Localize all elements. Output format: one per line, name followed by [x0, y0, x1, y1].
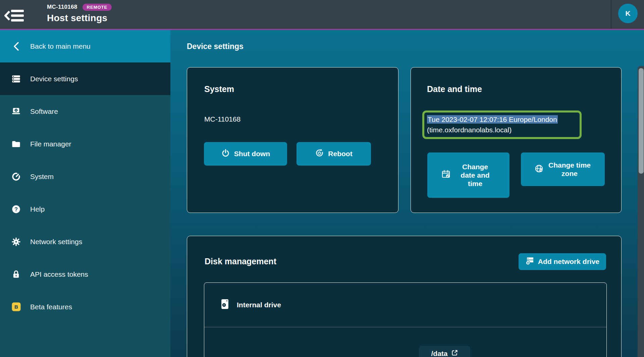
system-device-name: MC-110168 [204, 115, 240, 123]
beta-icon: B [10, 302, 22, 311]
add-network-drive-button[interactable]: Add network drive [519, 253, 606, 270]
power-icon [221, 148, 230, 159]
svg-text:?: ? [14, 206, 18, 212]
sidebar-item-network-settings[interactable]: Network settings [0, 225, 170, 258]
device-settings-icon [10, 74, 22, 84]
internal-drive-card: Internal drive /data [204, 282, 607, 357]
reboot-button[interactable]: Reboot [297, 142, 371, 166]
sidebar-item-api-access-tokens[interactable]: API access tokens [0, 258, 170, 291]
help-icon: ? [10, 205, 22, 214]
datetime-selected-text: Tue 2023-02-07 12:07:16 Europe/London [427, 115, 558, 124]
menu-collapse-icon [4, 18, 24, 24]
section-heading: Device settings [187, 42, 244, 51]
chevron-left-icon [10, 42, 22, 51]
datetime-card-title: Date and time [427, 84, 482, 94]
datetime-card: Date and time Tue 2023-02-07 12:07:16 Eu… [411, 67, 622, 213]
external-link-icon [451, 349, 458, 357]
sidebar-item-system[interactable]: System [0, 160, 170, 193]
software-icon [10, 107, 22, 116]
main-content: Device settings System MC-110168 Shut do… [170, 30, 644, 357]
sidebar-item-help[interactable]: ? Help [0, 193, 170, 225]
system-card: System MC-110168 Shut down [187, 67, 398, 213]
app-header: MC-110168 REMOTE Host settings K [0, 0, 644, 30]
network-gear-icon [10, 237, 22, 247]
scrollbar-track[interactable] [638, 66, 644, 357]
sidebar-item-device-settings[interactable]: Device settings [0, 62, 170, 95]
device-id: MC-110168 [47, 4, 77, 10]
remote-badge: REMOTE [83, 4, 112, 11]
disk-card-title: Disk management [205, 257, 276, 266]
svg-text:B: B [14, 304, 18, 310]
sidebar-item-file-manager[interactable]: File manager [0, 128, 170, 160]
sidebar-item-beta-features[interactable]: B Beta features [0, 291, 170, 323]
internal-drive-icon [221, 299, 229, 311]
add-drive-icon [525, 257, 534, 267]
restart-icon [315, 148, 324, 159]
data-path-link[interactable]: /data [419, 346, 470, 357]
change-timezone-button[interactable]: Change time zone [521, 152, 605, 186]
user-avatar[interactable]: K [618, 4, 638, 23]
header-divider [611, 0, 611, 29]
page-title: Host settings [47, 13, 112, 24]
calendar-check-icon [441, 170, 451, 181]
internal-drive-label: Internal drive [237, 301, 281, 309]
back-to-main-menu-button[interactable]: Back to main menu [0, 30, 170, 62]
scrollbar-thumb[interactable] [639, 68, 644, 174]
sidebar: Back to main menu Device settings [0, 30, 170, 357]
folder-icon [10, 139, 22, 149]
datetime-value-box[interactable]: Tue 2023-02-07 12:07:16 Europe/London (t… [422, 110, 582, 139]
shutdown-button[interactable]: Shut down [204, 142, 287, 166]
sidebar-item-software[interactable]: Software [0, 95, 170, 128]
gauge-icon [10, 172, 22, 181]
collapse-menu-button[interactable] [4, 8, 24, 23]
internal-drive-header-row: Internal drive [204, 283, 606, 327]
change-datetime-button[interactable]: Change date and time [427, 152, 509, 198]
system-card-title: System [204, 84, 234, 94]
ntp-source-text: (time.oxfordnanolabs.local) [427, 125, 577, 135]
globe-icon [534, 164, 544, 175]
lock-icon [10, 270, 22, 279]
disk-management-card: Disk management Add network [187, 236, 622, 357]
